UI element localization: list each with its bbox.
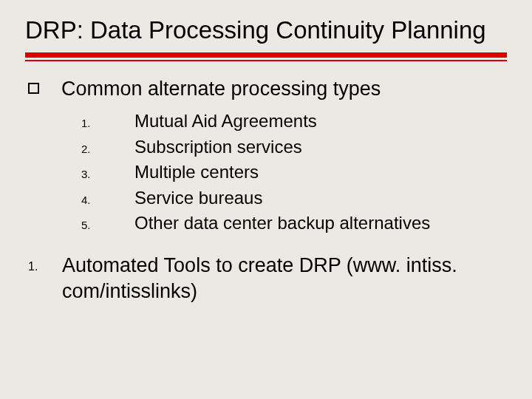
- slide-title: DRP: Data Processing Continuity Planning: [25, 15, 507, 45]
- list-text: Service bureaus: [134, 186, 262, 210]
- bullet-row-1: Common alternate processing types: [28, 76, 507, 102]
- list-text: Mutual Aid Agreements: [134, 109, 317, 133]
- list-item: 2. Subscription services: [28, 135, 507, 159]
- list-text: Subscription services: [134, 135, 302, 159]
- list-item: 5. Other data center backup alternatives: [28, 211, 507, 235]
- list-number: 2.: [28, 143, 134, 155]
- slide-body: Common alternate processing types 1. Mut…: [25, 76, 507, 304]
- list-text: Other data center backup alternatives: [134, 211, 430, 235]
- list-number: 5.: [28, 219, 134, 231]
- list-number: 3.: [28, 168, 134, 180]
- bullet-square-icon: [28, 83, 39, 94]
- title-rule-thick: [25, 52, 507, 58]
- list-item: 1. Mutual Aid Agreements: [28, 109, 507, 133]
- list-number: 4.: [28, 194, 134, 206]
- list-number: 1.: [28, 253, 62, 273]
- list-text: Multiple centers: [134, 160, 259, 184]
- list-item: 4. Service bureaus: [28, 186, 507, 210]
- slide: DRP: Data Processing Continuity Planning…: [0, 0, 532, 399]
- list-number: 1.: [28, 117, 134, 129]
- bullet-text: Automated Tools to create DRP (www. inti…: [62, 253, 507, 304]
- bullet-heading: Common alternate processing types: [61, 76, 381, 102]
- numbered-list: 1. Mutual Aid Agreements 2. Subscription…: [28, 109, 507, 235]
- bullet-row-2: 1. Automated Tools to create DRP (www. i…: [28, 253, 507, 304]
- list-item: 3. Multiple centers: [28, 160, 507, 184]
- title-rule-thin: [25, 60, 507, 61]
